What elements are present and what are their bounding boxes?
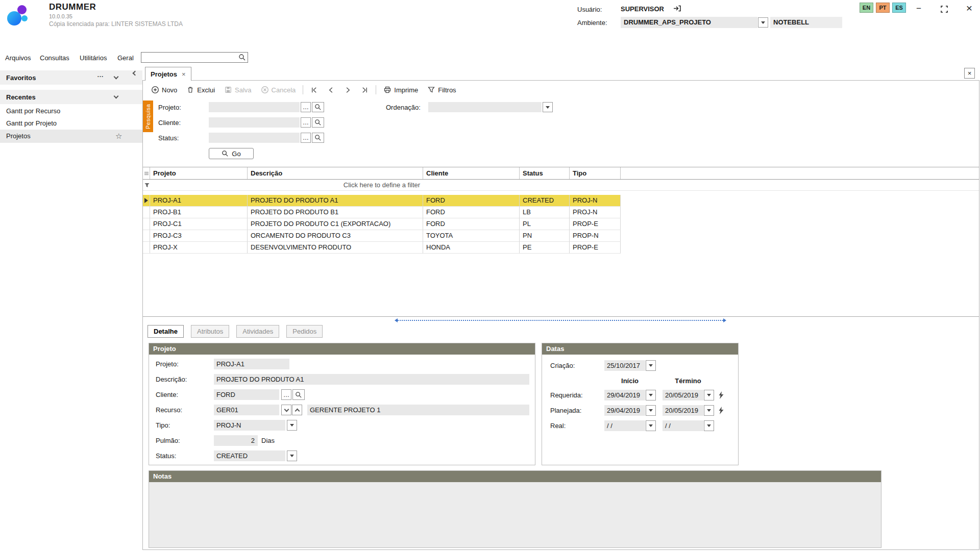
planejada-inicio-field[interactable]: 29/04/2019	[604, 405, 645, 416]
requerida-inicio-dropdown-button[interactable]	[646, 390, 656, 400]
logout-icon[interactable]	[673, 5, 681, 12]
minimize-button[interactable]: −	[912, 2, 926, 15]
favorites-header[interactable]: Favoritos …	[0, 70, 142, 85]
select-all-cell[interactable]	[143, 167, 150, 179]
chevron-up-icon	[295, 408, 300, 413]
tab-atributos[interactable]: Atributos	[191, 325, 229, 338]
column-header-status[interactable]: Status	[520, 167, 570, 179]
cliente-lookup-ellipsis-button[interactable]: …	[281, 389, 291, 400]
cliente-lookup-ellipsis-button[interactable]: …	[301, 117, 311, 128]
column-header-projeto[interactable]: Projeto	[150, 167, 248, 179]
filtros-button[interactable]: Filtros	[423, 84, 460, 95]
nav-first-button[interactable]	[306, 85, 322, 95]
environment-select[interactable]: DRUMMER_APS_PROJETO	[621, 17, 757, 28]
table-row[interactable]: PROJ-A1 PROJETO DO PRODUTO A1 FORD CREAT…	[143, 195, 621, 207]
descricao-field[interactable]: PROJETO DO PRODUTO A1	[214, 374, 529, 385]
recurso-dropdown-button[interactable]	[281, 405, 291, 415]
novo-button[interactable]: Novo	[147, 84, 181, 95]
filter-row[interactable]: Click here to define a filter	[143, 180, 979, 191]
projeto-search-button[interactable]	[312, 102, 324, 112]
menu-arquivos[interactable]: Arquivos	[5, 54, 31, 62]
sidebar-item-gantt-recurso[interactable]: Gantt por Recurso	[0, 105, 142, 117]
criacao-date-field[interactable]: 25/10/2017	[604, 360, 645, 371]
pulmao-field[interactable]: 2	[214, 435, 258, 446]
real-inicio-field[interactable]: / /	[604, 420, 645, 431]
imprime-button[interactable]: Imprime	[379, 84, 422, 95]
ordenacao-dropdown-button[interactable]	[543, 102, 553, 112]
lang-pt-button[interactable]: PT	[876, 3, 890, 13]
global-search-input[interactable]	[141, 53, 238, 62]
projeto-search-input[interactable]	[209, 102, 300, 112]
notas-textarea[interactable]	[149, 482, 881, 547]
status-search-input[interactable]	[209, 133, 300, 143]
ordenacao-select[interactable]	[428, 102, 542, 112]
nav-next-button[interactable]	[340, 85, 356, 95]
star-icon[interactable]: ☆	[115, 130, 122, 143]
menu-geral[interactable]: Geral	[117, 54, 134, 62]
exclui-button[interactable]: Exclui	[182, 84, 219, 95]
tab-pedidos[interactable]: Pedidos	[286, 325, 323, 338]
column-header-tipo[interactable]: Tipo	[570, 167, 621, 179]
nav-first-icon	[310, 86, 318, 94]
go-button[interactable]: Go	[209, 148, 254, 159]
status-lookup-ellipsis-button[interactable]: …	[301, 133, 311, 143]
menu-utilitarios[interactable]: Utilitários	[80, 54, 107, 62]
tipo-field[interactable]: PROJ-N	[214, 420, 285, 431]
recents-header[interactable]: Recentes	[0, 90, 142, 104]
real-termino-field[interactable]: / /	[663, 420, 703, 431]
cliente-search-button[interactable]	[312, 117, 324, 128]
tab-detalhe[interactable]: Detalhe	[148, 325, 184, 338]
status-dropdown-button[interactable]	[287, 450, 297, 461]
projeto-field[interactable]: PROJ-A1	[214, 359, 289, 369]
status-search-button[interactable]	[312, 133, 324, 143]
status-field[interactable]: CREATED	[214, 450, 285, 461]
toolbar-separator	[303, 85, 303, 94]
requerida-termino-dropdown-button[interactable]	[704, 390, 714, 400]
tabstrip-close-button[interactable]: ×	[964, 68, 975, 79]
lightning-icon[interactable]	[718, 391, 724, 399]
chevron-down-icon[interactable]	[114, 94, 119, 99]
cliente-lookup-search-button[interactable]	[292, 389, 305, 400]
planejada-termino-field[interactable]: 20/05/2019	[663, 405, 703, 416]
lightning-icon[interactable]	[718, 407, 724, 414]
environment-dropdown-button[interactable]	[758, 17, 768, 28]
search-icon[interactable]	[238, 54, 246, 61]
sidebar-item-projetos[interactable]: Projetos ☆	[0, 130, 142, 143]
tab-close-icon[interactable]: ×	[182, 70, 186, 78]
lang-en-button[interactable]: EN	[860, 3, 873, 13]
tab-projetos[interactable]: Projetos ×	[145, 67, 191, 81]
nav-prev-button[interactable]	[323, 85, 339, 95]
pesquisa-side-tab[interactable]: Pesquisa	[143, 101, 153, 132]
recurso-open-button[interactable]	[292, 405, 302, 415]
planejada-inicio-dropdown-button[interactable]	[646, 405, 656, 416]
ellipsis-icon[interactable]: …	[97, 71, 104, 79]
menu-consultas[interactable]: Consultas	[40, 54, 69, 62]
real-inicio-dropdown-button[interactable]	[646, 420, 656, 431]
table-row[interactable]: PROJ-C3 ORCAMENTO DO PRODUTO C3 TOYOTA P…	[143, 230, 621, 242]
table-row[interactable]: PROJ-B1 PROJETO DO PRODUTO B1 FORD LB PR…	[143, 207, 621, 218]
horizontal-splitter[interactable]	[395, 318, 726, 322]
tab-atividades[interactable]: Atividades	[236, 325, 279, 338]
lang-es-button[interactable]: ES	[892, 3, 906, 13]
requerida-termino-field[interactable]: 20/05/2019	[663, 390, 703, 400]
real-termino-dropdown-button[interactable]	[704, 420, 714, 431]
tipo-dropdown-button[interactable]	[287, 420, 297, 431]
maximize-button[interactable]	[937, 3, 951, 15]
close-button[interactable]: ×	[962, 1, 977, 15]
planejada-termino-dropdown-button[interactable]	[704, 405, 714, 416]
requerida-inicio-field[interactable]: 29/04/2019	[604, 390, 645, 400]
chevron-down-icon[interactable]	[114, 74, 119, 80]
table-row[interactable]: PROJ-X DESENVOLVIMENTO PRODUTO HONDA PE …	[143, 242, 621, 254]
sidebar-item-gantt-projeto[interactable]: Gantt por Projeto	[0, 117, 142, 130]
tab-label: Projetos	[151, 70, 177, 78]
recurso-field[interactable]: GER01	[214, 405, 279, 415]
cell-status: PN	[520, 230, 570, 242]
projeto-lookup-ellipsis-button[interactable]: …	[301, 102, 311, 112]
cliente-field[interactable]: FORD	[214, 389, 279, 400]
cliente-search-input[interactable]	[209, 117, 300, 128]
column-header-cliente[interactable]: Cliente	[423, 167, 520, 179]
column-header-descricao[interactable]: Descrição	[248, 167, 423, 179]
criacao-dropdown-button[interactable]	[646, 360, 656, 371]
table-row[interactable]: PROJ-C1 PROJETO DO PRODUTO C1 (EXPORTACA…	[143, 218, 621, 230]
nav-last-button[interactable]	[357, 85, 373, 95]
